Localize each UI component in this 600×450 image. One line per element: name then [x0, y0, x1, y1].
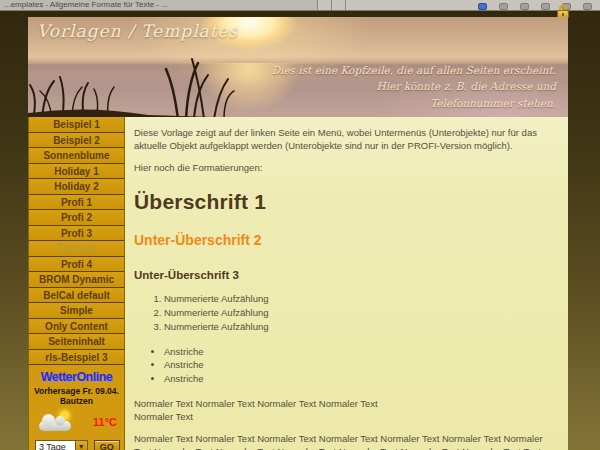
browser-tab-stub[interactable] [332, 0, 346, 10]
lock-keyhole [562, 13, 564, 16]
sun-behind-cloud-icon [39, 413, 75, 431]
tagline-line: Dies ist eine Kopfzeile, die auf allen S… [272, 62, 556, 78]
main-row: Beispiel 1 Beispiel 2 Sonnenblume Holida… [28, 117, 568, 450]
sidebar-item-brom-dynamic[interactable]: BROM Dynamic [28, 272, 125, 288]
bullet-list-item: Anstriche [164, 346, 554, 359]
bullet-list-item: Anstriche [164, 373, 554, 386]
heading-2: Unter-Überschrift 2 [134, 231, 554, 250]
browser-icon[interactable] [583, 3, 592, 10]
heading-1: Überschrift 1 [134, 188, 554, 216]
sidebar-item-profi-3[interactable]: Profi 3 [28, 226, 125, 242]
numbered-list: Nummerierte Aufzählung Nummerierte Aufzä… [164, 293, 554, 333]
site-title: Vorlagen / Templates [37, 21, 238, 41]
sidebar-item-simple[interactable]: Simple [28, 303, 125, 319]
chevron-down-icon[interactable]: ▼ [75, 441, 87, 450]
content-area: Diese Vorlage zeigt auf der linken Seite… [125, 117, 568, 450]
browser-icon[interactable] [541, 3, 550, 10]
forecast-city: Bautzen [29, 396, 124, 406]
temperature-value: 11°C [93, 416, 117, 428]
numbered-list-item: Nummerierte Aufzählung [164, 307, 554, 320]
intro-paragraph: Diese Vorlage zeigt auf der linken Seite… [134, 127, 554, 153]
numbered-list-item: Nummerierte Aufzählung [164, 321, 554, 334]
normal-text-paragraph: Normaler Text Normaler Text Normaler Tex… [134, 398, 554, 424]
tagline-line: Hier könnte z. B. die Adresse und [272, 78, 556, 94]
sidebar-item-only-content[interactable]: Only Content [28, 319, 125, 335]
browser-toolbar-icons [478, 0, 600, 10]
cloud-icon [39, 421, 71, 431]
go-button[interactable]: GO [94, 440, 120, 450]
browser-icon[interactable] [520, 3, 529, 10]
beach-grass-silhouette [28, 57, 278, 117]
sidebar-item-beispiel-1[interactable]: Beispiel 1 [28, 117, 125, 133]
browser-tab-bar: ...emplates - Allgemeine Formate für Tex… [0, 0, 600, 11]
sidebar-item-profi-4[interactable]: Profi 4 [28, 257, 125, 273]
numbered-list-item: Nummerierte Aufzählung [164, 293, 554, 306]
bullet-list-item: Anstriche [164, 359, 554, 372]
forecast-range-value: 3 Tage [36, 441, 75, 450]
browser-icon[interactable] [478, 3, 487, 10]
sidebar-item-rls-beispiel-3[interactable]: rls-Beispiel 3 [28, 350, 125, 366]
header-banner: Vorlagen / Templates Dies ist eine Kopfz… [28, 17, 568, 117]
normal-text-line: Normaler Text Normaler Text Normaler Tex… [134, 398, 554, 411]
sidebar-item-sonnenblume[interactable]: Sonnenblume [28, 148, 125, 164]
normal-text-line: Normaler Text [134, 411, 554, 424]
sidebar-item-profi-1[interactable]: Profi 1 [28, 195, 125, 211]
formats-label: Hier noch die Formatierungen: [134, 162, 554, 175]
weather-widget: WetterOnline Vorhersage Fr. 09.04. Bautz… [28, 365, 125, 450]
sidebar-menu: Beispiel 1 Beispiel 2 Sonnenblume Holida… [28, 117, 125, 450]
wetteronline-logo[interactable]: WetterOnline [29, 370, 124, 384]
sidebar-item-seiteninhalt[interactable]: Seiteninhalt [28, 334, 125, 350]
sidebar-item-holiday-1[interactable]: Holiday 1 [28, 164, 125, 180]
heading-3: Unter-Überschrift 3 [134, 268, 554, 284]
sidebar-item-formate[interactable]: Formate [28, 241, 125, 257]
header-tagline: Dies ist eine Kopfzeile, die auf allen S… [272, 62, 556, 111]
normal-text-paragraph-long: Normaler Text Normaler Text Normaler Tex… [134, 433, 554, 450]
sidebar-item-profi-2[interactable]: Profi 2 [28, 210, 125, 226]
browser-tab[interactable]: ...emplates - Allgemeine Formate für Tex… [0, 0, 318, 10]
sidebar-item-beispiel-2[interactable]: Beispiel 2 [28, 133, 125, 149]
dune-silhouette [28, 109, 278, 117]
sidebar-item-belcal-default[interactable]: BelCal default [28, 288, 125, 304]
sidebar-item-holiday-2[interactable]: Holiday 2 [28, 179, 125, 195]
forecast-range-select[interactable]: 3 Tage ▼ [35, 440, 88, 450]
browser-tab-stub[interactable] [318, 0, 332, 10]
tagline-line: Telefonnummer stehen. [272, 95, 556, 111]
browser-icon[interactable] [499, 3, 508, 10]
page-container: Vorlagen / Templates Dies ist eine Kopfz… [28, 17, 568, 450]
bullet-list: Anstriche Anstriche Anstriche [164, 346, 554, 386]
forecast-date: Vorhersage Fr. 09.04. [29, 386, 124, 396]
